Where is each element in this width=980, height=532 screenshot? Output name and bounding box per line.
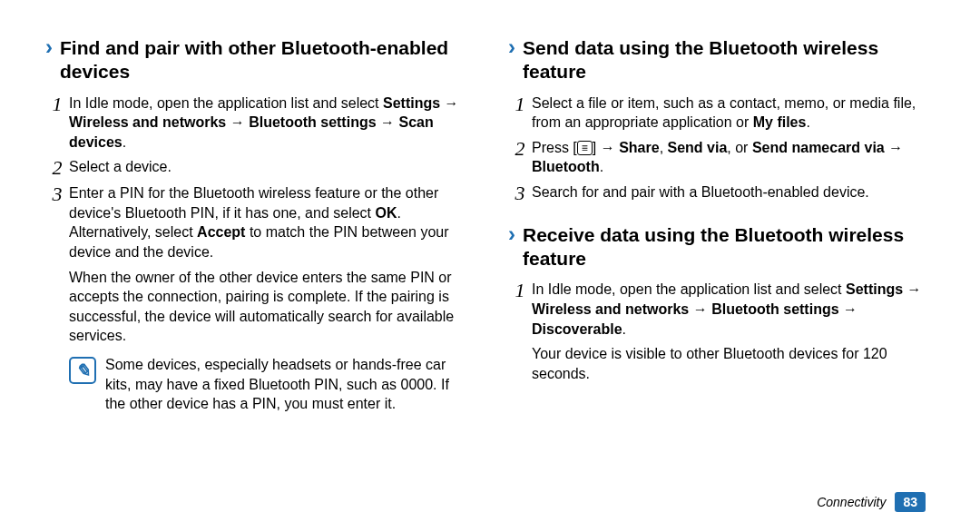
step-paragraph: Your device is visible to other Bluetoot… [532,344,935,383]
step-number: 1 [45,94,69,114]
t: Share [619,140,659,155]
heading-text: Find and pair with other Bluetooth-enabl… [60,36,472,84]
step-a2: 2 Press [≡] → Share, Send via, or Send n… [508,138,935,177]
note: ✎ Some devices, especially headsets or h… [69,355,472,414]
step-text-suffix: . [122,134,126,150]
step-body: In Idle mode, open the application list … [69,94,472,153]
t: Send via [668,140,728,155]
step-number: 1 [508,94,532,114]
right-column: › Send data using the Bluetooth wireless… [508,36,935,414]
step-number: 2 [508,138,532,159]
t: . [622,321,626,337]
t: Accept [197,224,245,240]
step-a3: 3 Search for and pair with a Bluetooth-e… [508,182,935,203]
section-heading-find-pair: › Find and pair with other Bluetooth-ena… [45,36,472,84]
note-icon: ✎ [69,357,96,384]
t: . [806,114,809,130]
t: OK [375,205,397,221]
step-text-prefix: In Idle mode, open the application list … [69,95,383,111]
note-body: Some devices, especially headsets or han… [105,355,472,414]
chevron-icon: › [508,36,515,58]
column-layout: › Find and pair with other Bluetooth-ena… [45,36,935,414]
heading-text: Receive data using the Bluetooth wireles… [523,223,935,271]
section-heading-receive-data: › Receive data using the Bluetooth wirel… [508,223,935,271]
step-number: 3 [45,183,69,204]
t: , [660,140,668,155]
t: Select a file or item, such as a contact… [532,95,916,131]
chevron-icon: › [508,223,515,245]
step-2: 2 Select a device. [45,157,472,178]
step-body: Select a device. [69,157,472,177]
step-body: Select a file or item, such as a contact… [532,94,935,133]
step-body: Press [≡] → Share, Send via, or Send nam… [532,138,935,177]
step-number: 1 [508,280,532,300]
t: . [600,159,603,174]
step-body: Enter a PIN for the Bluetooth wireless f… [69,183,472,346]
step-b1: 1 In Idle mode, open the application lis… [508,280,935,383]
footer: Connectivity 83 [817,492,926,512]
step-1: 1 In Idle mode, open the application lis… [45,94,472,153]
step-body: In Idle mode, open the application list … [532,280,935,383]
page: › Find and pair with other Bluetooth-ena… [0,0,980,532]
t: Press [ [532,140,577,155]
left-column: › Find and pair with other Bluetooth-ena… [45,36,472,414]
step-paragraph: When the owner of the other device enter… [69,268,472,346]
menu-key-icon: ≡ [577,141,593,155]
step-a1: 1 Select a file or item, such as a conta… [508,94,935,133]
section-heading-send-data: › Send data using the Bluetooth wireless… [508,36,935,84]
t: My files [753,114,807,130]
step-3: 3 Enter a PIN for the Bluetooth wireless… [45,183,472,346]
chevron-icon: › [45,36,53,58]
t: , or [727,140,752,155]
step-number: 3 [508,182,532,203]
t: In Idle mode, open the application list … [532,281,846,297]
footer-page-number: 83 [895,492,926,512]
step-body: Search for and pair with a Bluetooth-ena… [532,182,935,202]
footer-section-label: Connectivity [817,495,886,509]
heading-text: Send data using the Bluetooth wireless f… [523,36,935,84]
t: ] → [593,140,619,155]
step-number: 2 [45,157,69,178]
